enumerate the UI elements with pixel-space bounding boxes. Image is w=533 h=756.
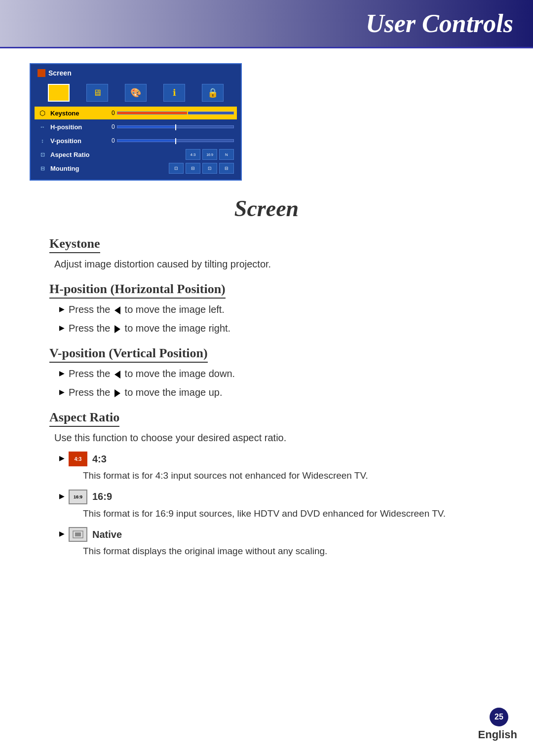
header-title: User Controls — [366, 9, 513, 38]
keystone-heading: Keystone — [49, 236, 100, 253]
page-number: 25 — [495, 713, 503, 721]
ratio-169-option: 16:9 — [202, 149, 217, 160]
mount-2-option: ⊟ — [186, 163, 200, 174]
hposition-section: H-position (Horizontal Position) ▶ Press… — [30, 282, 503, 335]
keystone-description: Adjust image distortion caused by tiltin… — [54, 257, 503, 271]
keystone-row: ⬡ Keystone 0 — [35, 107, 237, 119]
hposition-row: ↔ H-position 0 — [35, 120, 237, 133]
aspectratio-options: 4:3 16:9 N — [186, 149, 234, 160]
mounting-label: Mounting — [50, 165, 169, 172]
screen-icon — [38, 69, 45, 77]
settings-icon: ⚙ — [48, 84, 70, 102]
aspect-43-label: 4:3 — [92, 454, 107, 465]
ratio-43-option: 4:3 — [186, 149, 200, 160]
aspect-43-desc: This format is for 4:3 input sources not… — [83, 469, 503, 483]
display-icon: 🖥 — [86, 84, 108, 102]
vposition-heading-wrapper: V-position (Vertical Position) — [30, 346, 503, 367]
keystone-icon: ⬡ — [38, 108, 47, 118]
aspect-native-item: ▶ Native — [59, 527, 503, 542]
bullet-arrow-7: ▶ — [59, 529, 65, 537]
vposition-icon: ↕ — [38, 136, 47, 146]
aspect-native-desc: This format displays the original image … — [83, 545, 503, 558]
color-icon: 🎨 — [125, 84, 147, 102]
hposition-label: H-position — [50, 123, 112, 131]
mounting-options: ⊡ ⊟ ⊡ ⊟ — [169, 163, 234, 174]
section-title: Screen — [30, 195, 503, 222]
keystone-label: Keystone — [50, 110, 112, 117]
aspectratio-icon: ⊡ — [38, 150, 47, 159]
keystone-bar: 0 — [112, 110, 234, 116]
hposition-bar: 0 — [112, 123, 234, 130]
hposition-bullet-2-text: Press the to move the image right. — [69, 321, 230, 335]
aspect-169-desc: This format is for 16:9 input sources, l… — [83, 507, 503, 521]
vposition-bullet-1: ▶ Press the to move the image down. — [59, 367, 503, 380]
info-icon: ℹ — [163, 84, 185, 102]
keystone-heading-wrapper: Keystone — [30, 236, 503, 257]
hposition-icon: ↔ — [38, 122, 47, 132]
vposition-label: V-position — [50, 137, 112, 145]
aspectratio-heading-wrapper: Aspect Ratio — [30, 410, 503, 431]
bullet-arrow-5: ▶ — [59, 454, 65, 462]
vposition-bar: 0 — [112, 137, 234, 144]
vposition-bullet-2-text: Press the to move the image up. — [69, 385, 223, 399]
hposition-bullet-1: ▶ Press the to move the image left. — [59, 302, 503, 316]
bullet-arrow-1: ▶ — [59, 304, 65, 314]
aspectratio-section: Aspect Ratio Use this function to choose… — [30, 410, 503, 558]
bullet-arrow-3: ▶ — [59, 369, 65, 378]
right-arrow-icon-1 — [114, 325, 120, 333]
aspectratio-row: ⊡ Aspect Ratio 4:3 16:9 N — [35, 148, 237, 161]
ratio-native-option: N — [219, 149, 234, 160]
aspect-native-label: Native — [92, 529, 122, 540]
hposition-heading: H-position (Horizontal Position) — [49, 282, 226, 299]
hposition-heading-wrapper: H-position (Horizontal Position) — [30, 282, 503, 302]
aspect-169-label: 16:9 — [92, 491, 112, 502]
main-content: Screen ⚙ 🖥 🎨 ℹ 🔒 ⬡ Keystone 0 — [0, 48, 533, 584]
vposition-bullet-1-text: Press the to move the image down. — [69, 367, 235, 380]
aspect-native-icon — [69, 527, 87, 542]
mount-3-option: ⊡ — [202, 163, 217, 174]
screen-ui-titlebar: Screen — [35, 68, 237, 78]
mounting-icon: ⊟ — [38, 163, 47, 173]
keystone-section: Keystone Adjust image distortion caused … — [30, 236, 503, 271]
native-icon-svg — [72, 530, 84, 539]
mount-4-option: ⊟ — [219, 163, 234, 174]
right-arrow-icon-2 — [114, 389, 120, 397]
screen-ui-title: Screen — [48, 69, 72, 77]
aspect-43-icon: 4:3 — [69, 452, 87, 466]
screen-rows: ⬡ Keystone 0 ↔ H-position 0 — [35, 107, 237, 175]
vposition-heading: V-position (Vertical Position) — [49, 346, 208, 363]
bullet-arrow-6: ▶ — [59, 492, 65, 500]
page-number-badge: 25 — [490, 708, 508, 726]
aspectratio-heading: Aspect Ratio — [49, 410, 119, 427]
lock-icon: 🔒 — [202, 84, 224, 102]
left-arrow-icon-1 — [114, 306, 120, 314]
vposition-bullet-2: ▶ Press the to move the image up. — [59, 385, 503, 399]
hposition-bullet-2: ▶ Press the to move the image right. — [59, 321, 503, 335]
aspect-43-item: ▶ 4:3 4:3 — [59, 452, 503, 466]
aspectratio-description: Use this function to choose your desired… — [54, 431, 503, 445]
screen-ui-mockup: Screen ⚙ 🖥 🎨 ℹ 🔒 ⬡ Keystone 0 — [30, 63, 242, 181]
mounting-row: ⊟ Mounting ⊡ ⊟ ⊡ ⊟ — [35, 162, 237, 175]
aspect-169-item: ▶ 16:9 16:9 — [59, 490, 503, 504]
aspectratio-label: Aspect Ratio — [50, 151, 186, 158]
screen-icons-row: ⚙ 🖥 🎨 ℹ 🔒 — [35, 81, 237, 105]
vposition-section: V-position (Vertical Position) ▶ Press t… — [30, 346, 503, 399]
bullet-arrow-4: ▶ — [59, 387, 65, 397]
page-language: English — [478, 728, 517, 741]
vposition-row: ↕ V-position 0 — [35, 134, 237, 147]
mount-1-option: ⊡ — [169, 163, 184, 174]
header: User Controls — [0, 0, 533, 48]
bullet-arrow-2: ▶ — [59, 323, 65, 333]
aspect-169-icon: 16:9 — [69, 490, 87, 504]
left-arrow-icon-2 — [114, 371, 120, 378]
hposition-bullet-1-text: Press the to move the image left. — [69, 302, 225, 316]
svg-rect-1 — [75, 532, 81, 536]
